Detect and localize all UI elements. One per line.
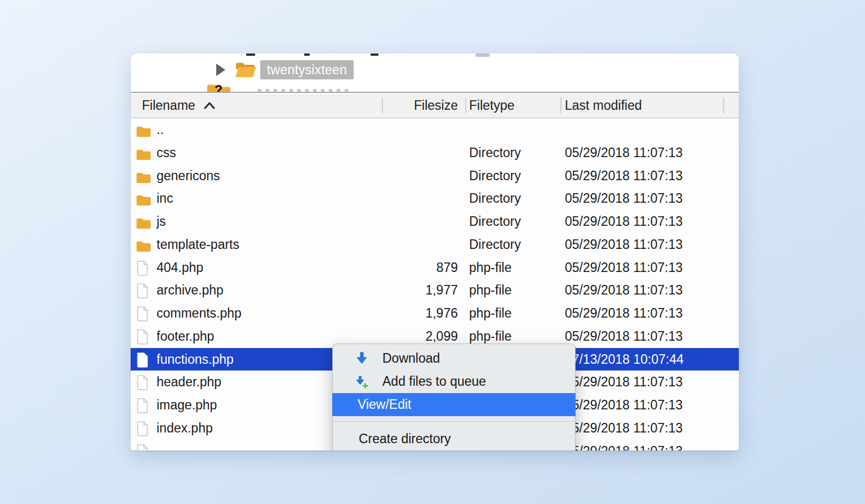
file-name: footer.php bbox=[157, 325, 214, 348]
tree-selected-label[interactable]: twentysixteen bbox=[260, 60, 354, 79]
column-header-filetype[interactable]: Filetype bbox=[469, 93, 515, 118]
file-row[interactable]: cssDirectory05/29/2018 11:07:13 bbox=[131, 141, 739, 164]
cropped-text-fragment bbox=[258, 89, 348, 92]
download-icon bbox=[354, 351, 369, 369]
column-header-filesize[interactable]: Filesize bbox=[382, 93, 458, 118]
open-folder-icon bbox=[234, 61, 257, 79]
menu-item-label: Add files to queue bbox=[382, 374, 486, 389]
file-modified: 05/29/2018 11:07:13 bbox=[565, 279, 683, 302]
file-name: index.php bbox=[157, 417, 213, 440]
file-modified: 05/29/2018 11:07:13 bbox=[565, 440, 683, 451]
cropped-text-fragment bbox=[475, 53, 490, 57]
file-type: Directory bbox=[469, 233, 521, 256]
column-divider[interactable] bbox=[560, 97, 561, 113]
file-modified: 05/29/2018 11:07:13 bbox=[565, 256, 683, 279]
file-size: 1,976 bbox=[382, 302, 458, 325]
column-divider[interactable] bbox=[382, 97, 383, 113]
menu-item-create-directory[interactable]: Create directory bbox=[333, 427, 575, 451]
file-name: functions.php bbox=[157, 348, 234, 371]
file-row[interactable]: comments.php1,976php-file05/29/2018 11:0… bbox=[131, 302, 739, 325]
file-name: archive.php bbox=[157, 279, 224, 302]
file-modified: 05/29/2018 11:07:13 bbox=[565, 325, 683, 348]
file-modified: 05/29/2018 11:07:13 bbox=[565, 210, 683, 233]
file-row[interactable]: incDirectory05/29/2018 11:07:13 bbox=[131, 187, 739, 210]
menu-item-download[interactable]: Download bbox=[333, 347, 575, 370]
cropped-text-fragment bbox=[371, 53, 378, 56]
file-row[interactable]: 404.php879php-file05/29/2018 11:07:13 bbox=[131, 256, 739, 279]
file-type: Directory bbox=[469, 164, 521, 188]
file-modified: 05/29/2018 11:07:13 bbox=[565, 164, 683, 188]
menu-separator bbox=[333, 416, 575, 427]
file-name: comments.php bbox=[157, 302, 242, 325]
question-folder-icon[interactable]: ? bbox=[206, 83, 232, 93]
file-type: php-file bbox=[469, 279, 511, 302]
menu-item-view-edit[interactable]: View/Edit bbox=[332, 393, 576, 416]
file-modified: 05/29/2018 11:07:13 bbox=[565, 371, 683, 394]
file-manager-window: twentysixteen ? Filename Filesize Filety… bbox=[131, 53, 739, 451]
disclosure-triangle-icon[interactable] bbox=[216, 64, 225, 76]
file-name: header.php bbox=[157, 371, 221, 394]
file-name: genericons bbox=[157, 164, 220, 188]
menu-item-label: View/Edit bbox=[358, 397, 411, 412]
file-type: php-file bbox=[469, 302, 511, 325]
file-type: Directory bbox=[469, 141, 521, 164]
column-header-filename-label: Filename bbox=[142, 93, 195, 118]
tree-item-twentysixteen[interactable]: twentysixteen bbox=[216, 59, 354, 81]
file-row[interactable]: jsDirectory05/29/2018 11:07:13 bbox=[131, 210, 739, 233]
file-type: Directory bbox=[469, 210, 521, 233]
cropped-text-fragment bbox=[246, 53, 255, 56]
file-modified: 05/29/2018 11:07:13 bbox=[565, 394, 683, 417]
file-type: php-file bbox=[469, 256, 511, 279]
file-modified: 07/13/2018 10:07:44 bbox=[565, 348, 684, 371]
file-modified: 05/29/2018 11:07:13 bbox=[565, 141, 683, 164]
column-header-filename[interactable]: Filename bbox=[142, 93, 216, 118]
menu-item-add-files-to-queue[interactable]: Add files to queue bbox=[333, 370, 575, 393]
column-divider[interactable] bbox=[465, 97, 466, 113]
file-icon bbox=[136, 444, 149, 451]
column-header-modified[interactable]: Last modified bbox=[565, 93, 642, 118]
sort-ascending-icon bbox=[203, 101, 216, 109]
add-queue-icon bbox=[354, 374, 369, 393]
file-size: 1,977 bbox=[382, 279, 458, 302]
remote-tree-pane: twentysixteen ? bbox=[131, 53, 739, 93]
file-row[interactable]: .. bbox=[131, 118, 739, 141]
file-name: image.php bbox=[157, 394, 217, 417]
file-name: 404.php bbox=[157, 256, 203, 279]
file-modified: 05/29/2018 11:07:13 bbox=[565, 233, 683, 256]
file-row[interactable]: archive.php1,977php-file05/29/2018 11:07… bbox=[131, 279, 739, 302]
file-type: Directory bbox=[469, 187, 521, 210]
file-modified: 05/29/2018 11:07:13 bbox=[565, 302, 683, 325]
file-row[interactable]: template-partsDirectory05/29/2018 11:07:… bbox=[131, 233, 739, 256]
file-row[interactable]: genericonsDirectory05/29/2018 11:07:13 bbox=[131, 164, 739, 188]
file-size: 879 bbox=[382, 256, 458, 279]
menu-item-label: Download bbox=[382, 351, 440, 366]
file-list-header: Filename Filesize Filetype Last modified bbox=[131, 93, 739, 118]
file-name: template-parts bbox=[157, 233, 239, 256]
cropped-text-fragment bbox=[304, 53, 310, 56]
file-name: inc bbox=[157, 187, 173, 210]
file-name: js bbox=[157, 210, 166, 233]
file-name: .. bbox=[157, 118, 164, 141]
menu-item-label: Create directory bbox=[359, 431, 451, 447]
file-modified: 05/29/2018 11:07:13 bbox=[565, 417, 683, 440]
context-menu: DownloadAdd files to queueView/EditCreat… bbox=[332, 344, 576, 451]
question-mark-glyph: ? bbox=[215, 83, 222, 93]
file-modified: 05/29/2018 11:07:13 bbox=[565, 187, 683, 210]
file-name: css bbox=[157, 141, 176, 164]
column-divider[interactable] bbox=[723, 97, 724, 113]
